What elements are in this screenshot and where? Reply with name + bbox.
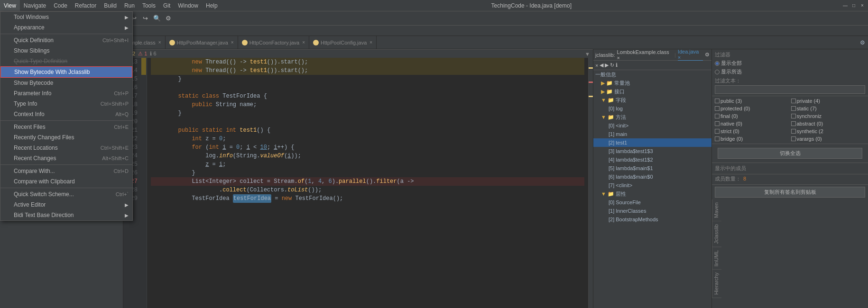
menu-item-context-info[interactable]: Context Info Alt+Q: [0, 109, 132, 119]
jclass-item-fields[interactable]: ▼ 📁 字段: [593, 96, 711, 104]
tab-settings[interactable]: ⚙: [857, 36, 868, 49]
menu-item-quick-definition[interactable]: Quick Definition Ctrl+Shift+I: [0, 35, 132, 45]
nav-info-btn[interactable]: ℹ: [616, 62, 618, 68]
jclass-item-bootstrap[interactable]: [2] BootstrapMethods: [593, 215, 711, 224]
nav-forward-btn[interactable]: ▶: [605, 62, 609, 68]
menu-item-recent-changes[interactable]: Recent Changes Alt+Shift+C: [0, 153, 132, 163]
jclass-item-lambda3[interactable]: [3] lambda$test1$3: [593, 147, 711, 155]
menu-item-show-bytecode[interactable]: Show Bytecode: [0, 78, 132, 88]
chk-synchronized[interactable]: synchroniz: [791, 113, 866, 119]
jclass-item-layers[interactable]: ▼ 📁 层性: [593, 190, 711, 198]
chk-native[interactable]: native (0): [715, 121, 789, 127]
chk-static[interactable]: static (7): [791, 106, 866, 111]
close-button[interactable]: ×: [859, 2, 866, 9]
jclass-item-lambda2[interactable]: [4] lambda$test1$2: [593, 155, 711, 164]
menu-item-type-info[interactable]: Type Info Ctrl+Shift+P: [0, 99, 132, 109]
minimize-button[interactable]: —: [841, 2, 849, 9]
menu-item-active-editor[interactable]: Active Editor ▶: [0, 199, 132, 210]
maximize-button[interactable]: □: [850, 2, 858, 9]
jclasslib-file-lombok[interactable]: LombokExample.class ×: [617, 49, 673, 61]
tab-httpcoon[interactable]: HttpCoonFactory.java ×: [238, 36, 309, 49]
menu-item-quick-type-def[interactable]: Quick Type Definition: [0, 56, 132, 66]
menu-git[interactable]: Git: [159, 0, 174, 11]
toolbar-search-btn[interactable]: 🔍: [152, 13, 162, 24]
jclass-item-lambdamain1[interactable]: [5] lambda$main$1: [593, 164, 711, 172]
switch-all-button[interactable]: 切换全选: [718, 148, 862, 159]
filter-text-input[interactable]: [715, 85, 865, 94]
chk-box-bridge[interactable]: [715, 136, 720, 141]
radio-show-selected[interactable]: [715, 70, 720, 74]
jclass-item-clinit[interactable]: [7] <clinit>: [593, 181, 711, 190]
tab-close-lombok[interactable]: ×: [158, 40, 161, 45]
menu-item-recently-changed[interactable]: Recently Changed Files: [0, 132, 132, 143]
menu-view[interactable]: View: [0, 0, 20, 11]
chk-varargs[interactable]: varargs (0): [791, 136, 866, 142]
side-tab-linuml[interactable]: linUML: [712, 247, 721, 270]
chk-box-strict[interactable]: [715, 129, 720, 134]
tab-httppoolconfig[interactable]: HttpPoolConfig.java ×: [309, 36, 377, 49]
menu-item-recent-files[interactable]: Recent Files Ctrl+E: [0, 122, 132, 132]
copy-signatures-button[interactable]: 复制所有签名到剪贴板: [715, 187, 865, 198]
menu-refactor[interactable]: Refactor: [71, 0, 100, 11]
chk-box-synchronized[interactable]: [791, 114, 796, 118]
tab-httppool[interactable]: HttpPoolManager.java ×: [166, 36, 238, 49]
menu-help[interactable]: Help: [202, 0, 222, 11]
chk-protected[interactable]: protected (0): [715, 106, 789, 111]
jclass-item-innerclasses[interactable]: [1] InnerClasses: [593, 207, 711, 215]
nav-close-btn[interactable]: ×: [595, 63, 598, 68]
filter-show-selected-option[interactable]: 显示所选: [715, 68, 742, 75]
chk-public[interactable]: public (3): [715, 98, 789, 104]
chk-box-synthetic[interactable]: [791, 129, 796, 134]
tab-close-httpcoon[interactable]: ×: [302, 40, 305, 45]
chk-box-private[interactable]: [791, 99, 796, 103]
chk-box-abstract[interactable]: [791, 121, 796, 126]
menu-code[interactable]: Code: [50, 0, 71, 11]
nav-back-btn[interactable]: ◀: [600, 62, 603, 68]
menu-item-tool-windows[interactable]: Tool Windows ▶: [0, 12, 132, 22]
expand-btn[interactable]: ▼: [585, 51, 590, 57]
toolbar-settings-btn[interactable]: ⚙: [163, 13, 174, 24]
jclass-item-sourcefile[interactable]: [0] SourceFile: [593, 198, 711, 207]
chk-private[interactable]: private (4): [791, 98, 866, 104]
jclass-item-constant-pool[interactable]: ▶ 📁 常量池: [593, 79, 711, 87]
jclass-item-methods[interactable]: ▼ 📁 方法: [593, 113, 711, 121]
nav-refresh-btn[interactable]: ↻: [610, 62, 614, 68]
chk-final[interactable]: final (0): [715, 113, 789, 119]
menu-item-show-bytecode-jclasslib[interactable]: Show Bytecode With Jclasslib: [0, 66, 132, 78]
chk-synthetic[interactable]: synthetic (2: [791, 128, 866, 134]
chk-box-protected[interactable]: [715, 106, 720, 111]
menu-tools[interactable]: Tools: [139, 0, 159, 11]
chk-box-static[interactable]: [791, 106, 796, 111]
jclass-item-lambdamain0[interactable]: [6] lambda$main$0: [593, 172, 711, 181]
side-tab-maven[interactable]: Maven: [712, 199, 721, 221]
menu-item-quick-switch[interactable]: Quick Switch Scheme... Ctrl+`: [0, 189, 132, 199]
chk-bridge[interactable]: bridge (0): [715, 136, 789, 142]
menu-window[interactable]: Window: [174, 0, 202, 11]
chk-strict[interactable]: strict (0): [715, 128, 789, 134]
chk-abstract[interactable]: abstract (0): [791, 121, 866, 127]
jclasslib-settings[interactable]: ⚙: [705, 52, 710, 58]
filter-show-all-option[interactable]: 显示全部: [715, 60, 742, 67]
chk-box-final[interactable]: [715, 114, 720, 118]
menu-item-parameter-info[interactable]: Parameter Info Ctrl+P: [0, 88, 132, 99]
scroll-gutter[interactable]: [588, 58, 593, 308]
chk-box-native[interactable]: [715, 121, 720, 126]
side-tab-jclasslib[interactable]: Jclasslib: [712, 221, 721, 247]
menu-item-compare-with[interactable]: Compare With... Ctrl+D: [0, 166, 132, 176]
jclass-item-interface[interactable]: ▶ 📁 接口: [593, 87, 711, 96]
chk-box-public[interactable]: [715, 99, 720, 103]
tab-close-httppool[interactable]: ×: [231, 40, 234, 45]
menu-item-bidi-text[interactable]: Bidi Text Base Direction ▶: [0, 210, 132, 220]
jclass-item-test1[interactable]: [2] test1: [593, 138, 711, 147]
menu-item-recent-locations[interactable]: Recent Locations Ctrl+Shift+E: [0, 143, 132, 153]
jclass-item-init[interactable]: [0] <init>: [593, 121, 711, 130]
tab-close-httppoolconfig[interactable]: ×: [369, 40, 372, 45]
code-area[interactable]: new Thread(() -> test1()).start(); new T…: [147, 58, 588, 308]
toolbar-redo-btn[interactable]: ↪: [140, 13, 151, 24]
menu-navigate[interactable]: Navigate: [20, 0, 50, 11]
menu-item-compare-clipboard[interactable]: Compare with Clipboard: [0, 176, 132, 187]
side-tab-hierarchy[interactable]: Hierarchy: [712, 270, 721, 298]
menu-build[interactable]: Build: [100, 0, 120, 11]
menu-item-appearance[interactable]: Appearance ▶: [0, 22, 132, 33]
jclasslib-file-idea[interactable]: Idea.java ×: [678, 49, 703, 61]
